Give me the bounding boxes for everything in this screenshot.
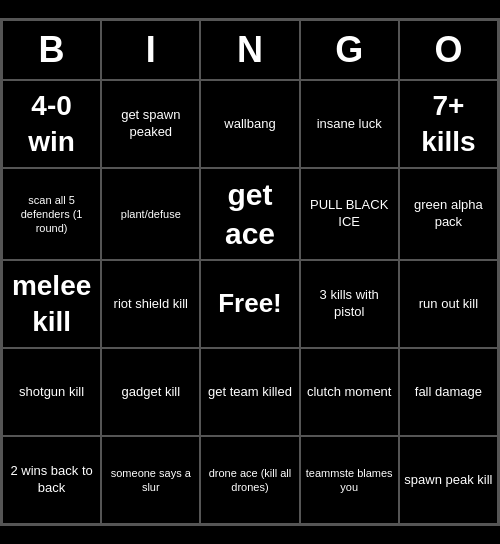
bingo-grid: 4-0 winget spawn peakedwallbanginsane lu… <box>2 80 498 524</box>
bingo-cell[interactable]: get team killed <box>200 348 299 436</box>
bingo-cell[interactable]: someone says a slur <box>101 436 200 524</box>
bingo-card: BINGO 4-0 winget spawn peakedwallbangins… <box>0 18 500 526</box>
bingo-cell[interactable]: 7+ kills <box>399 80 498 168</box>
bingo-cell[interactable]: run out kill <box>399 260 498 348</box>
bingo-cell[interactable]: get ace <box>200 168 299 260</box>
bingo-cell[interactable]: gadget kill <box>101 348 200 436</box>
bingo-cell[interactable]: riot shield kill <box>101 260 200 348</box>
bingo-cell[interactable]: teammste blames you <box>300 436 399 524</box>
bingo-cell[interactable]: wallbang <box>200 80 299 168</box>
bingo-cell[interactable]: plant/defuse <box>101 168 200 260</box>
bingo-cell[interactable]: melee kill <box>2 260 101 348</box>
bingo-cell[interactable]: PULL BLACK ICE <box>300 168 399 260</box>
bingo-cell[interactable]: Free! <box>200 260 299 348</box>
bingo-cell[interactable]: spawn peak kill <box>399 436 498 524</box>
bingo-cell[interactable]: drone ace (kill all drones) <box>200 436 299 524</box>
header-letter: I <box>101 20 200 80</box>
bingo-header: BINGO <box>2 20 498 80</box>
bingo-cell[interactable]: clutch moment <box>300 348 399 436</box>
bingo-cell[interactable]: fall damage <box>399 348 498 436</box>
bingo-cell[interactable]: scan all 5 defenders (1 round) <box>2 168 101 260</box>
bingo-cell[interactable]: shotgun kill <box>2 348 101 436</box>
header-letter: G <box>300 20 399 80</box>
header-letter: N <box>200 20 299 80</box>
bingo-cell[interactable]: 4-0 win <box>2 80 101 168</box>
header-letter: O <box>399 20 498 80</box>
header-letter: B <box>2 20 101 80</box>
bingo-cell[interactable]: 2 wins back to back <box>2 436 101 524</box>
bingo-cell[interactable]: green alpha pack <box>399 168 498 260</box>
bingo-cell[interactable]: 3 kills with pistol <box>300 260 399 348</box>
bingo-cell[interactable]: insane luck <box>300 80 399 168</box>
bingo-cell[interactable]: get spawn peaked <box>101 80 200 168</box>
